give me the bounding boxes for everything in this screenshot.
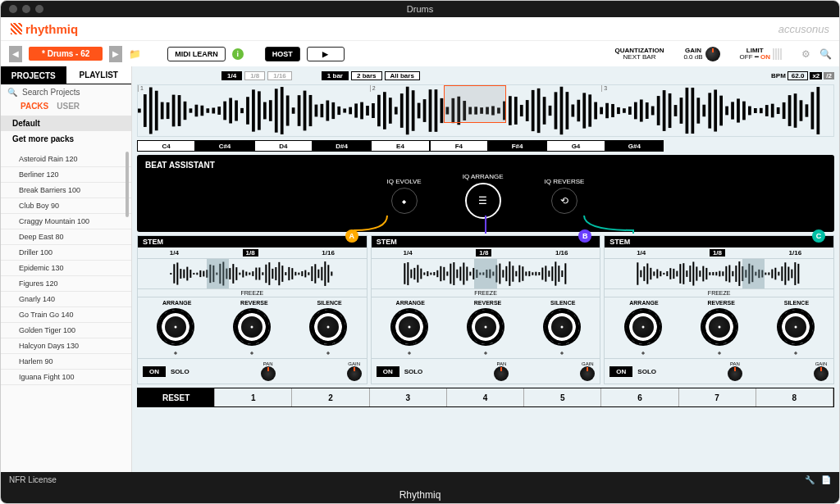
list-item[interactable]: Halcyon Days 130 [1,338,131,354]
quantization-section[interactable]: QUANTIZATION NEXT BAR [615,48,664,61]
list-item[interactable]: Berliner 120 [1,167,131,183]
pan-knob[interactable] [728,366,742,381]
pan-knob[interactable] [261,366,276,381]
tab-playlist[interactable]: PLAYLIST [66,66,132,84]
bars-2[interactable]: 2 bars [351,71,382,80]
key[interactable]: G#4 [605,140,664,152]
folder-icon[interactable]: 📁 [129,48,141,60]
scene-7[interactable]: 7 [679,388,756,406]
pack-default[interactable]: Default [1,116,131,131]
host-button[interactable]: HOST [265,47,300,61]
grid-1-8[interactable]: 1/8 [244,71,265,80]
list-item[interactable]: Craggy Mountain 100 [1,214,131,229]
reverse-knob[interactable] [468,310,503,344]
scene-6[interactable]: 6 [601,388,678,406]
search-icon[interactable]: 🔍 [819,48,831,60]
footer-wrench-icon[interactable]: 🔧 [805,475,815,484]
arrange-knob[interactable] [626,310,660,344]
limit-section[interactable]: LIMITOFF ━ ON [740,48,782,61]
user-filter[interactable]: USER [57,102,80,111]
mini-icon[interactable]: ⬥ [173,347,178,356]
list-item[interactable]: Break Barriers 100 [1,183,131,198]
list-item[interactable]: Figures 120 [1,276,131,292]
waveform-selection[interactable] [444,85,506,123]
list-item[interactable]: Asteroid Rain 120 [1,152,131,167]
pan-knob[interactable] [494,366,509,381]
arrange-knob[interactable] [158,310,193,344]
bars-all[interactable]: All bars [385,71,420,80]
key[interactable]: C4 [137,140,195,152]
grid-1-16[interactable]: 1/16 [267,71,292,80]
key[interactable]: E4 [371,140,429,152]
project-list[interactable]: Asteroid Rain 120Berliner 120Break Barri… [1,152,131,472]
scrollbar[interactable] [126,152,129,217]
key[interactable]: F#4 [488,140,546,152]
gain-knob[interactable] [814,366,829,381]
mini-icon[interactable]: ⬥ [249,347,254,356]
key[interactable]: D4 [254,140,313,152]
list-item[interactable]: Epidemic 130 [1,261,131,276]
bpm-double[interactable]: /2 [824,72,834,79]
traffic-light-close[interactable] [9,5,17,13]
scene-2[interactable]: 2 [292,388,369,406]
scene-5[interactable]: 5 [524,388,601,406]
scene-reset[interactable]: RESET [138,388,215,406]
key[interactable]: G4 [546,140,605,152]
search-projects[interactable]: 🔍Search Projects [1,84,131,100]
stem-on-button[interactable]: ON [609,366,632,377]
footer-doc-icon[interactable]: 📄 [821,475,831,484]
key[interactable]: C#4 [195,140,253,152]
gain-knob[interactable] [347,366,362,381]
mini-icon[interactable]: ⬥ [717,347,722,356]
gain-knob[interactable] [580,366,595,381]
list-item[interactable]: Iguana Fight 100 [1,370,131,385]
stem-solo-button[interactable]: SOLO [404,368,423,375]
scene-1[interactable]: 1 [215,388,292,406]
silence-knob[interactable] [778,310,813,344]
bpm-half[interactable]: x2 [810,72,822,79]
stem-waveform[interactable] [138,259,367,288]
list-item[interactable]: Driller 100 [1,245,131,261]
prev-project-button[interactable]: ◀ [9,46,22,62]
mini-icon[interactable]: ⬥ [793,347,798,356]
grid-1-4[interactable]: 1/4 [221,71,242,80]
stem-on-button[interactable]: ON [143,366,166,377]
list-item[interactable]: Club Boy 90 [1,198,131,214]
reverse-knob[interactable] [702,310,737,344]
silence-knob[interactable] [311,310,345,344]
mini-icon[interactable]: ⬥ [641,347,646,356]
arrange-knob[interactable] [392,310,427,344]
packs-filter[interactable]: PACKS [21,102,48,111]
midi-learn-button[interactable]: MIDI LEARN [167,47,226,61]
traffic-light-max[interactable] [35,5,43,13]
get-more-packs[interactable]: Get more packs [1,131,131,147]
stem-waveform[interactable] [372,259,600,288]
gain-knob[interactable] [705,47,720,61]
bars-1[interactable]: 1 bar [322,71,349,80]
reverse-knob[interactable] [235,310,269,344]
mini-icon[interactable]: ⬥ [407,347,412,356]
iq-reverse-knob[interactable]: ⟲ [551,188,578,214]
gain-section[interactable]: GAIN0.0 dB [683,47,719,61]
scene-3[interactable]: 3 [370,388,447,406]
info-icon[interactable]: i [232,48,244,60]
stem-waveform[interactable] [605,259,833,288]
list-item[interactable]: Golden Tiger 100 [1,323,131,338]
iq-arrange-knob[interactable]: ☰ [465,183,501,219]
freeze-label[interactable]: FREEZE [138,288,367,297]
main-waveform[interactable]: 123 [137,84,834,137]
bpm-value[interactable]: 62.0 [788,71,809,80]
play-button[interactable]: ▶ [307,47,345,61]
project-chip[interactable]: * Drums - 62 [29,47,103,61]
next-project-button[interactable]: ▶ [109,46,122,62]
tab-projects[interactable]: PROJECTS [1,66,66,84]
mini-icon[interactable]: ⬥ [326,347,331,356]
keyboard[interactable]: C4C#4D4D#4E4F4F#4G4G#4 [137,140,834,152]
mini-icon[interactable]: ⬥ [483,347,488,356]
list-item[interactable]: Go Train Go 140 [1,307,131,323]
mini-icon[interactable]: ⬥ [559,347,564,356]
key[interactable]: F4 [430,140,488,152]
stem-solo-button[interactable]: SOLO [637,368,656,375]
stem-solo-button[interactable]: SOLO [171,368,189,375]
silence-knob[interactable] [545,310,579,344]
